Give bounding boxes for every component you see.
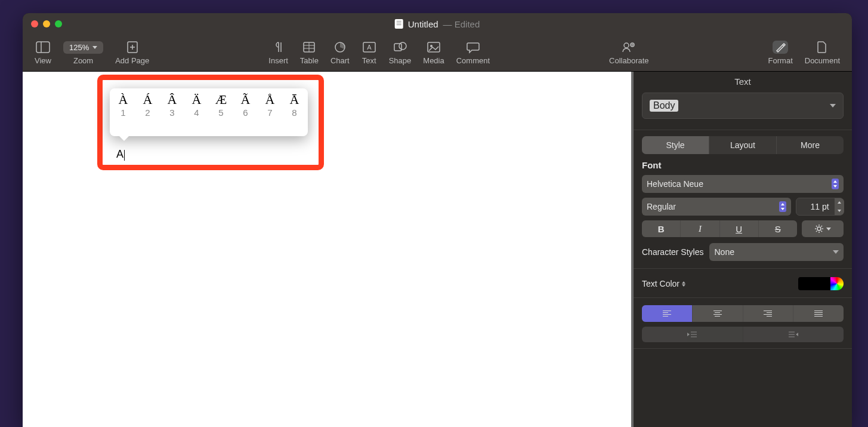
align-justify-button[interactable]	[793, 305, 844, 322]
tab-more[interactable]: More	[777, 136, 844, 154]
shape-icon	[393, 41, 408, 54]
paragraph-icon	[271, 41, 286, 54]
text-color-label: Text Color	[642, 279, 685, 288]
toolbar: View 125% Zoom Add Page Insert Table	[23, 35, 852, 72]
paragraph-style-select[interactable]: Body	[642, 93, 844, 119]
accent-option-4[interactable]: Ä	[187, 92, 207, 107]
svg-point-16	[624, 43, 629, 48]
window-title: Untitled — Edited	[395, 19, 480, 29]
table-icon	[301, 41, 317, 54]
inspector-tabs: Style Layout More	[642, 136, 844, 154]
document-button[interactable]: Document	[805, 41, 840, 65]
table-button[interactable]: Table	[300, 41, 319, 65]
format-button[interactable]: Format	[768, 41, 793, 65]
accent-key-2: 2	[138, 107, 158, 118]
collaborate-icon	[621, 41, 637, 54]
font-weight-select[interactable]: Regular	[642, 198, 791, 216]
color-wheel-icon[interactable]	[830, 277, 844, 290]
add-page-label: Add Page	[115, 56, 149, 65]
advanced-options-button[interactable]	[802, 220, 844, 237]
updown-arrows-icon	[779, 201, 786, 212]
stepper-down[interactable]	[835, 207, 844, 215]
accent-key-1: 1	[113, 107, 134, 118]
accent-key-3: 3	[162, 107, 183, 118]
text-style-segmented: B I U S	[642, 220, 797, 237]
document-canvas[interactable]: A À Á Â Ä Æ Ã Å Ā 1 2 3	[23, 72, 634, 427]
fullscreen-window-button[interactable]	[55, 20, 62, 27]
page[interactable]: A À Á Â Ä Æ Ã Å Ā 1 2 3	[23, 72, 631, 427]
font-weight-value: Regular	[647, 202, 676, 211]
accent-option-3[interactable]: Â	[162, 92, 183, 107]
close-window-button[interactable]	[31, 20, 38, 27]
updown-small-icon	[682, 281, 685, 287]
insert-button[interactable]: Insert	[268, 41, 288, 65]
accent-option-1[interactable]: À	[113, 92, 134, 107]
add-page-button[interactable]: Add Page	[115, 41, 149, 65]
format-inspector: Text Body Style Layout More Font Helveti…	[634, 72, 852, 427]
view-label: View	[35, 56, 51, 65]
character-styles-select[interactable]: None	[709, 243, 844, 261]
chart-button[interactable]: Chart	[330, 41, 350, 65]
font-size-field[interactable]: 11 pt	[796, 198, 844, 216]
zoom-button[interactable]: 125% Zoom	[63, 41, 103, 65]
view-icon	[35, 41, 51, 54]
bold-button[interactable]: B	[642, 220, 681, 237]
align-center-button[interactable]	[693, 305, 743, 322]
italic-button[interactable]: I	[681, 220, 719, 237]
font-size-value: 11 pt	[810, 202, 829, 211]
chart-label: Chart	[330, 56, 350, 65]
shape-button[interactable]: Shape	[389, 41, 412, 65]
accent-option-2[interactable]: Á	[138, 92, 158, 107]
table-label: Table	[300, 56, 319, 65]
insert-label: Insert	[268, 56, 288, 65]
strikethrough-button[interactable]: S	[759, 220, 797, 237]
view-button[interactable]: View	[35, 41, 51, 65]
zoom-value: 125%	[69, 43, 89, 52]
color-swatch[interactable]	[798, 277, 830, 290]
media-label: Media	[423, 56, 444, 65]
tab-style[interactable]: Style	[642, 136, 709, 154]
accent-option-6[interactable]: Ã	[236, 92, 256, 107]
text-label: Text	[362, 56, 376, 65]
media-button[interactable]: Media	[423, 41, 444, 65]
gear-icon	[814, 224, 824, 234]
svg-point-13	[399, 42, 406, 50]
text-button[interactable]: A Text	[362, 41, 377, 65]
document-settings-icon	[814, 41, 830, 54]
text-color-control[interactable]	[798, 277, 844, 290]
format-label: Format	[768, 56, 793, 65]
accent-option-7[interactable]: Å	[260, 92, 280, 107]
document-icon	[395, 19, 403, 29]
accent-key-4: 4	[187, 107, 207, 118]
minimize-window-button[interactable]	[43, 20, 50, 27]
align-right-button[interactable]	[743, 305, 794, 322]
underline-button[interactable]: U	[720, 220, 759, 237]
document-name: Untitled	[408, 19, 438, 29]
decrease-indent-button[interactable]	[642, 327, 743, 342]
horizontal-align-segmented	[642, 305, 844, 322]
collaborate-label: Collaborate	[609, 56, 649, 65]
comment-button[interactable]: Comment	[456, 41, 490, 65]
increase-indent-button[interactable]	[743, 327, 844, 342]
font-size-stepper[interactable]	[835, 198, 844, 215]
accent-option-5[interactable]: Æ	[211, 92, 231, 107]
accent-key-6: 6	[236, 107, 256, 118]
font-family-select[interactable]: Helvetica Neue	[642, 175, 844, 193]
collaborate-button[interactable]: Collaborate	[609, 35, 649, 71]
zoom-pill[interactable]: 125%	[63, 41, 103, 54]
accent-option-8[interactable]: Ā	[285, 92, 305, 107]
updown-arrows-icon	[832, 179, 839, 189]
font-section-label: Font	[642, 160, 844, 170]
add-page-icon	[125, 41, 140, 54]
paragraph-style-value: Body	[650, 100, 678, 112]
stepper-up[interactable]	[835, 198, 844, 207]
accent-key-7: 7	[260, 107, 280, 118]
tab-layout[interactable]: Layout	[709, 136, 777, 154]
align-left-button[interactable]	[642, 305, 693, 322]
character-styles-value: None	[714, 247, 734, 257]
font-family-value: Helvetica Neue	[647, 179, 703, 189]
accent-key-5: 5	[211, 107, 231, 118]
shape-label: Shape	[389, 56, 412, 65]
chevron-down-icon	[830, 104, 836, 107]
chart-icon	[332, 41, 348, 54]
